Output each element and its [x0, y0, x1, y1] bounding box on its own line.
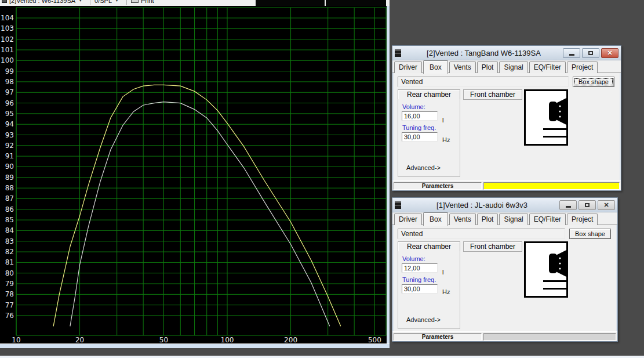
y-tick-label: 103 — [1, 24, 14, 32]
printer-icon[interactable] — [131, 0, 139, 3]
front-chamber-button[interactable]: Front chamber — [463, 89, 522, 100]
tuning-freq-label: Tuning freq. — [402, 124, 436, 131]
tab-strip: DriverBoxVentsPlotSignalEQ/FilterProject — [392, 60, 621, 73]
status-indicator-bar — [483, 182, 620, 190]
tab-plot[interactable]: Plot — [477, 62, 499, 73]
rear-chamber-button[interactable]: Rear chamber — [398, 241, 460, 252]
speaker-magnet-icon — [549, 102, 557, 121]
y-tick-label: 77 — [5, 301, 14, 309]
tab-signal[interactable]: Signal — [499, 214, 527, 225]
vent-line — [543, 128, 566, 130]
y-tick-label: 79 — [5, 280, 14, 288]
tab-vents[interactable]: Vents — [449, 214, 476, 225]
y-tick-label: 98 — [5, 78, 14, 86]
plot-window: [2]Vented : W6-1139SA ▼ 0/SPL ▼ Print 10… — [0, 0, 390, 348]
enclosure-type-field[interactable]: Vented — [398, 77, 569, 87]
y-tick-label: 87 — [5, 194, 14, 202]
y-tick-label: 94 — [5, 120, 14, 128]
print-button[interactable]: Print — [141, 0, 154, 4]
status-indicator-bar — [483, 333, 616, 341]
tuning-freq-input[interactable]: 30,00 — [402, 132, 438, 142]
tab-driver[interactable]: Driver — [394, 214, 422, 225]
tab-strip: DriverBoxVentsPlotSignalEQ/FilterProject — [392, 212, 617, 225]
tab-signal[interactable]: Signal — [499, 62, 527, 73]
x-tick-label: 10 — [12, 336, 20, 343]
tab-vents[interactable]: Vents — [449, 62, 476, 73]
x-tick-label: 500 — [368, 336, 381, 343]
box-window-tangband: [2]Vented : TangBand W6-1139SA ✕ DriverB… — [392, 45, 621, 191]
toolbar-legend-box — [256, 0, 325, 6]
y-tick-label: 86 — [5, 205, 14, 214]
box-shape-diagram — [524, 241, 568, 298]
window-icon — [395, 201, 401, 209]
close-button[interactable]: ✕ — [598, 200, 615, 210]
y-tick-label: 76 — [5, 312, 14, 320]
y-tick-label: 82 — [5, 248, 14, 256]
close-button[interactable]: ✕ — [601, 48, 618, 58]
status-parameters[interactable]: Parameters — [394, 182, 482, 190]
y-tick-label: 91 — [5, 152, 14, 160]
volume-input[interactable]: 16,00 — [402, 111, 438, 121]
tab-eq-filter[interactable]: EQ/Filter — [529, 214, 566, 225]
enclosure-type-field[interactable]: Vented — [398, 229, 565, 239]
window-icon — [395, 49, 401, 57]
chevron-down-icon[interactable]: ▼ — [78, 0, 82, 2]
tab-driver[interactable]: Driver — [394, 62, 422, 73]
box-shape-diagram — [524, 89, 568, 146]
front-chamber-button[interactable]: Front chamber — [463, 241, 522, 252]
x-tick-label: 50 — [159, 336, 168, 343]
y-tick-label: 93 — [5, 131, 14, 139]
volume-unit: l — [442, 117, 443, 124]
y-tick-label: 83 — [5, 237, 14, 245]
box-shape-button[interactable]: Box shape — [573, 77, 614, 87]
y-tick-label: 104 — [1, 14, 14, 22]
restore-button[interactable] — [578, 200, 596, 210]
graph-type-dropdown[interactable]: 0/SPL — [94, 0, 112, 4]
status-bar: Parameters — [392, 331, 617, 341]
advanced-button[interactable]: Advanced-> — [406, 316, 441, 323]
plot-window-frame — [387, 6, 390, 348]
chevron-down-icon[interactable]: ▼ — [115, 0, 119, 2]
tab-box[interactable]: Box — [423, 212, 448, 226]
volume-input[interactable]: 12,00 — [402, 263, 438, 273]
minimize-button[interactable] — [563, 48, 580, 58]
speaker-magnet-icon — [549, 254, 557, 273]
x-tick-label: 100 — [221, 336, 234, 343]
status-parameters[interactable]: Parameters — [394, 333, 482, 341]
y-tick-label: 92 — [5, 142, 14, 150]
window-icon — [2, 0, 7, 3]
status-bar: Parameters — [392, 180, 621, 190]
x-tick-label: 20 — [75, 336, 84, 343]
y-tick-label: 89 — [5, 173, 14, 182]
tab-plot[interactable]: Plot — [477, 214, 499, 225]
box-tab-content: Vented Box shape Rear chamber Front cham… — [392, 225, 617, 331]
volume-unit: l — [442, 269, 443, 276]
box-shape-button[interactable]: Box shape — [569, 229, 611, 239]
vent-line — [543, 136, 566, 138]
tab-box[interactable]: Box — [423, 60, 448, 74]
spl-chart: 1041031021011009998979695949392919089888… — [0, 6, 387, 343]
y-tick-label: 84 — [5, 226, 14, 234]
tuning-freq-input[interactable]: 30,00 — [402, 284, 438, 294]
tab-project[interactable]: Project — [567, 214, 598, 225]
restore-button[interactable] — [582, 48, 599, 58]
plot-window-frame — [0, 343, 390, 348]
window-title: [2]Vented : TangBand W6-1139SA — [405, 49, 563, 57]
plot-toolbar: [2]Vented : W6-1139SA ▼ 0/SPL ▼ Print — [0, 0, 390, 6]
y-tick-label: 85 — [5, 216, 14, 224]
titlebar[interactable]: [2]Vented : TangBand W6-1139SA ✕ — [392, 46, 621, 60]
rear-chamber-panel: Volume: 16,00 l Tuning freq. 30,00 Hz Ad… — [398, 99, 460, 177]
window-title: [1]Vented : JL-audoi 6w3v3 — [405, 201, 559, 209]
y-tick-label: 99 — [5, 67, 14, 75]
tuning-freq-unit: Hz — [442, 136, 450, 143]
advanced-button[interactable]: Advanced-> — [406, 164, 441, 171]
preset-dropdown[interactable]: [2]Vented : W6-1139SA — [9, 0, 75, 4]
rear-chamber-button[interactable]: Rear chamber — [398, 89, 460, 100]
minimize-button[interactable] — [559, 200, 577, 210]
toolbar-legend-box — [326, 0, 386, 6]
tab-eq-filter[interactable]: EQ/Filter — [529, 62, 566, 73]
tab-project[interactable]: Project — [567, 62, 598, 73]
titlebar[interactable]: [1]Vented : JL-audoi 6w3v3 ✕ — [392, 198, 617, 212]
y-tick-label: 80 — [5, 269, 14, 277]
vent-line — [543, 280, 566, 282]
